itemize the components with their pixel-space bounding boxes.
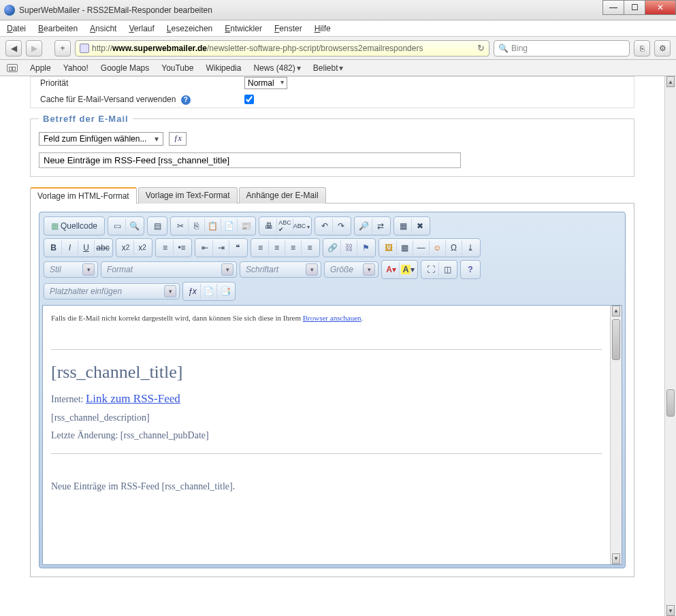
bookmark-youtube[interactable]: YouTube: [161, 63, 193, 73]
new-page-icon[interactable]: ▭: [110, 218, 126, 233]
special-char-icon[interactable]: Ω: [446, 240, 462, 255]
outdent-icon[interactable]: ⇤: [197, 240, 213, 255]
close-button[interactable]: ✕: [645, 0, 676, 15]
tab-attachments[interactable]: Anhänge der E-Mail: [239, 187, 326, 204]
size-select[interactable]: Größe▾: [324, 261, 379, 278]
scroll-thumb[interactable]: [612, 319, 620, 360]
insert-template-icon[interactable]: 📑: [217, 284, 234, 299]
pagebreak-icon[interactable]: ⤓: [462, 240, 479, 255]
insert-doc-icon[interactable]: 📄: [201, 284, 217, 299]
menu-datei[interactable]: Datei: [7, 24, 26, 33]
bookmark-news[interactable]: News (482): [253, 63, 300, 73]
subscript-icon[interactable]: x2: [118, 240, 134, 255]
search-box[interactable]: 🔍 Bing: [494, 40, 630, 56]
forward-button[interactable]: ▶: [26, 40, 42, 56]
italic-icon[interactable]: I: [62, 240, 78, 255]
bookmark-wikipedia[interactable]: Wikipedia: [206, 63, 241, 73]
format-select[interactable]: Format▾: [101, 261, 237, 278]
print-icon[interactable]: 🖶: [261, 218, 277, 233]
placeholder-select[interactable]: Platzhalter einfügen▾: [44, 283, 180, 299]
field-insert-select[interactable]: Feld zum Einfügen wählen...: [39, 132, 163, 146]
unordered-list-icon[interactable]: •≡: [174, 240, 190, 255]
cache-checkbox[interactable]: [244, 95, 254, 104]
bookmark-googlemaps[interactable]: Google Maps: [101, 63, 149, 73]
menu-bearbeiten[interactable]: Bearbeiten: [38, 24, 78, 33]
new-window-button[interactable]: ⎘: [634, 40, 650, 56]
remove-format-icon[interactable]: ✖: [412, 218, 428, 233]
page-scrollbar[interactable]: ▲ ▼: [664, 76, 676, 616]
style-select[interactable]: Stil▾: [44, 261, 98, 278]
replace-icon[interactable]: ⇄: [372, 218, 389, 233]
link-icon[interactable]: 🔗: [325, 240, 341, 255]
bookmarks-icon[interactable]: [7, 64, 18, 72]
bookmark-beliebt[interactable]: Beliebt: [313, 63, 344, 73]
cut-icon[interactable]: ✂: [172, 218, 189, 233]
reload-icon[interactable]: ↻: [477, 43, 485, 53]
superscript-icon[interactable]: x2: [134, 240, 150, 255]
find-icon[interactable]: 🔎: [356, 218, 372, 233]
anchor-icon[interactable]: ⚑: [357, 240, 374, 255]
page-scroll-thumb[interactable]: [666, 389, 675, 417]
indent-icon[interactable]: ⇥: [213, 240, 229, 255]
menu-lesezeichen[interactable]: Lesezeichen: [167, 24, 212, 33]
menu-hilfe[interactable]: Hilfe: [315, 24, 331, 33]
maximize-button[interactable]: ☐: [624, 0, 645, 15]
strike-icon[interactable]: abc: [95, 240, 111, 255]
priority-select[interactable]: Normal: [244, 77, 287, 89]
scroll-up-icon[interactable]: ▲: [612, 306, 620, 317]
editor-scrollbar[interactable]: ▲ ▼: [610, 306, 622, 564]
editor-body[interactable]: Falls die E-Mail nicht korrekt dargestel…: [43, 306, 610, 564]
rss-feed-link[interactable]: Link zum RSS-Feed: [86, 392, 180, 405]
spellcheck-options-icon[interactable]: ABC: [293, 218, 310, 233]
unlink-icon[interactable]: ⛓: [341, 240, 357, 255]
bg-color-icon[interactable]: A▾: [400, 262, 416, 277]
copy-icon[interactable]: ⎘: [189, 218, 205, 233]
preview-icon[interactable]: 🔍: [126, 218, 142, 233]
settings-button[interactable]: ⚙: [654, 40, 671, 56]
redo-icon[interactable]: ↷: [333, 218, 349, 233]
select-all-icon[interactable]: ▦: [396, 218, 412, 233]
paste-text-icon[interactable]: 📄: [221, 218, 238, 233]
source-button[interactable]: ▦Quellcode: [46, 218, 103, 233]
browser-view-link[interactable]: Browser anschauen: [303, 314, 361, 322]
back-button[interactable]: ◀: [5, 40, 22, 56]
editor-fx-icon[interactable]: ƒx: [184, 284, 201, 299]
menu-verlauf[interactable]: Verlauf: [129, 24, 154, 33]
tab-html-format[interactable]: Vorlage im HTML-Format: [30, 187, 137, 204]
help-icon[interactable]: ?: [181, 95, 191, 105]
menu-entwickler[interactable]: Entwickler: [225, 24, 262, 33]
ordered-list-icon[interactable]: ≡: [157, 240, 174, 255]
bookmark-yahoo[interactable]: Yahoo!: [63, 63, 88, 73]
image-icon[interactable]: 🖼: [381, 240, 397, 255]
templates-icon[interactable]: ▤: [149, 218, 165, 233]
menu-ansicht[interactable]: Ansicht: [90, 24, 116, 33]
font-select[interactable]: Schriftart▾: [240, 261, 321, 278]
align-left-icon[interactable]: ≡: [253, 240, 269, 255]
align-justify-icon[interactable]: ≡: [302, 240, 318, 255]
align-right-icon[interactable]: ≡: [285, 240, 302, 255]
maximize-editor-icon[interactable]: ⛶: [423, 262, 439, 277]
fx-button[interactable]: ƒx: [169, 132, 186, 146]
undo-icon[interactable]: ↶: [317, 218, 333, 233]
add-tab-button[interactable]: +: [54, 40, 71, 56]
text-color-icon[interactable]: A▾: [383, 262, 400, 277]
subject-input[interactable]: [39, 152, 461, 168]
menu-fenster[interactable]: Fenster: [274, 24, 302, 33]
paste-icon[interactable]: 📋: [205, 218, 221, 233]
show-blocks-icon[interactable]: ◫: [439, 262, 455, 277]
table-icon[interactable]: ▦: [397, 240, 413, 255]
hr-icon[interactable]: —: [413, 240, 430, 255]
bold-icon[interactable]: B: [46, 240, 62, 255]
underline-icon[interactable]: U: [78, 240, 95, 255]
page-scroll-down-icon[interactable]: ▼: [666, 605, 675, 616]
align-center-icon[interactable]: ≡: [269, 240, 285, 255]
bookmark-apple[interactable]: Apple: [30, 63, 51, 73]
page-scroll-up-icon[interactable]: ▲: [666, 76, 675, 87]
smiley-icon[interactable]: ☺: [430, 240, 446, 255]
spellcheck-icon[interactable]: ABC✔: [277, 218, 293, 233]
about-icon[interactable]: ?: [462, 262, 479, 277]
scroll-down-icon[interactable]: ▼: [612, 553, 620, 564]
url-bar[interactable]: http://www.superwebmailer.de/newsletter-…: [75, 40, 489, 56]
minimize-button[interactable]: —: [602, 0, 624, 15]
blockquote-icon[interactable]: ❝: [229, 240, 246, 255]
